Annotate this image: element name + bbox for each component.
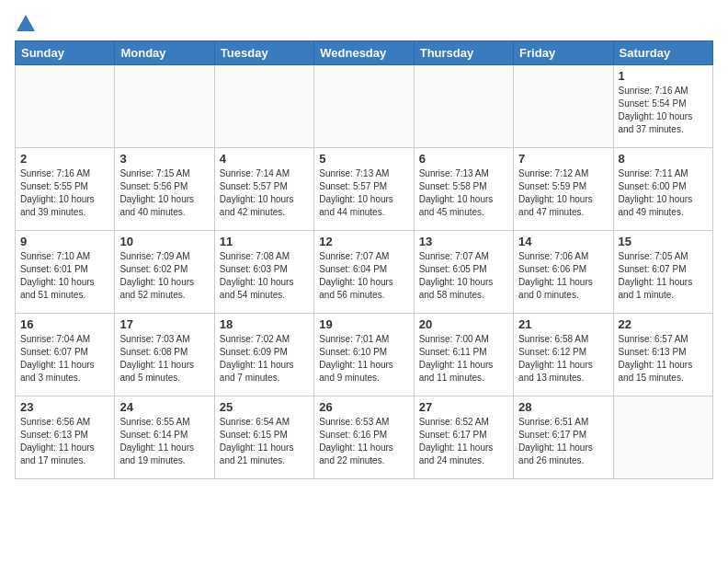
calendar-week-row: 2Sunrise: 7:16 AM Sunset: 5:55 PM Daylig… (16, 148, 713, 231)
calendar-cell (16, 65, 115, 148)
day-info: Sunrise: 6:52 AM Sunset: 6:17 PM Dayligh… (419, 416, 508, 467)
calendar-cell: 7Sunrise: 7:12 AM Sunset: 5:59 PM Daylig… (514, 148, 613, 231)
calendar-cell (115, 65, 214, 148)
day-number: 9 (20, 235, 109, 248)
calendar-cell: 18Sunrise: 7:02 AM Sunset: 6:09 PM Dayli… (214, 314, 313, 396)
day-number: 18 (220, 317, 309, 331)
day-info: Sunrise: 7:07 AM Sunset: 6:04 PM Dayligh… (319, 250, 408, 302)
day-number: 12 (319, 235, 408, 248)
calendar-cell (214, 65, 313, 148)
day-info: Sunrise: 7:05 AM Sunset: 6:07 PM Dayligh… (619, 250, 708, 302)
calendar-cell: 12Sunrise: 7:07 AM Sunset: 6:04 PM Dayli… (314, 231, 414, 314)
calendar-cell: 16Sunrise: 7:04 AM Sunset: 6:07 PM Dayli… (16, 314, 115, 396)
calendar-cell: 11Sunrise: 7:08 AM Sunset: 6:03 PM Dayli… (214, 231, 313, 314)
calendar-cell: 5Sunrise: 7:13 AM Sunset: 5:57 PM Daylig… (314, 148, 414, 231)
day-info: Sunrise: 6:55 AM Sunset: 6:14 PM Dayligh… (119, 416, 209, 467)
day-info: Sunrise: 7:14 AM Sunset: 5:57 PM Dayligh… (220, 167, 309, 219)
weekday-header-wednesday: Wednesday (314, 41, 414, 65)
day-number: 8 (619, 152, 708, 166)
day-number: 13 (419, 235, 508, 248)
day-info: Sunrise: 7:15 AM Sunset: 5:56 PM Dayligh… (119, 167, 209, 219)
day-number: 1 (619, 69, 708, 83)
day-info: Sunrise: 6:51 AM Sunset: 6:17 PM Dayligh… (518, 416, 608, 467)
weekday-header-thursday: Thursday (414, 41, 513, 65)
day-info: Sunrise: 7:10 AM Sunset: 6:01 PM Dayligh… (20, 250, 109, 302)
weekday-header-friday: Friday (514, 41, 613, 65)
day-number: 26 (319, 400, 408, 414)
calendar-cell: 15Sunrise: 7:05 AM Sunset: 6:07 PM Dayli… (613, 231, 712, 314)
day-number: 14 (518, 235, 608, 248)
page-header (15, 15, 713, 29)
calendar-cell: 8Sunrise: 7:11 AM Sunset: 6:00 PM Daylig… (613, 148, 712, 231)
weekday-header-tuesday: Tuesday (214, 41, 313, 65)
calendar-week-row: 23Sunrise: 6:56 AM Sunset: 6:13 PM Dayli… (16, 396, 713, 479)
calendar-cell: 21Sunrise: 6:58 AM Sunset: 6:12 PM Dayli… (514, 314, 613, 396)
calendar-week-row: 1Sunrise: 7:16 AM Sunset: 5:54 PM Daylig… (16, 65, 713, 148)
day-number: 20 (419, 317, 508, 331)
day-info: Sunrise: 7:02 AM Sunset: 6:09 PM Dayligh… (220, 333, 309, 385)
day-info: Sunrise: 7:07 AM Sunset: 6:05 PM Dayligh… (419, 250, 508, 302)
day-number: 28 (518, 400, 608, 414)
calendar-cell: 27Sunrise: 6:52 AM Sunset: 6:17 PM Dayli… (414, 396, 513, 479)
day-info: Sunrise: 7:06 AM Sunset: 6:06 PM Dayligh… (518, 250, 608, 302)
calendar-cell: 26Sunrise: 6:53 AM Sunset: 6:16 PM Dayli… (314, 396, 414, 479)
day-number: 15 (619, 235, 708, 248)
calendar-header-row: SundayMondayTuesdayWednesdayThursdayFrid… (16, 41, 713, 65)
calendar-cell: 19Sunrise: 7:01 AM Sunset: 6:10 PM Dayli… (314, 314, 414, 396)
calendar-cell: 23Sunrise: 6:56 AM Sunset: 6:13 PM Dayli… (16, 396, 115, 479)
day-info: Sunrise: 7:16 AM Sunset: 5:55 PM Dayligh… (20, 167, 109, 219)
day-info: Sunrise: 6:57 AM Sunset: 6:13 PM Dayligh… (619, 333, 708, 385)
calendar-cell: 24Sunrise: 6:55 AM Sunset: 6:14 PM Dayli… (115, 396, 214, 479)
weekday-header-saturday: Saturday (613, 41, 712, 65)
calendar-cell: 4Sunrise: 7:14 AM Sunset: 5:57 PM Daylig… (214, 148, 313, 231)
calendar-cell: 10Sunrise: 7:09 AM Sunset: 6:02 PM Dayli… (115, 231, 214, 314)
day-info: Sunrise: 7:08 AM Sunset: 6:03 PM Dayligh… (220, 250, 309, 302)
day-info: Sunrise: 7:13 AM Sunset: 5:57 PM Dayligh… (319, 167, 408, 219)
day-number: 7 (518, 152, 608, 166)
day-number: 4 (220, 152, 309, 166)
day-number: 5 (319, 152, 408, 166)
calendar-table: SundayMondayTuesdayWednesdayThursdayFrid… (15, 40, 713, 479)
weekday-header-monday: Monday (115, 41, 214, 65)
calendar-week-row: 16Sunrise: 7:04 AM Sunset: 6:07 PM Dayli… (16, 314, 713, 396)
day-info: Sunrise: 7:00 AM Sunset: 6:11 PM Dayligh… (419, 333, 508, 385)
calendar-cell: 14Sunrise: 7:06 AM Sunset: 6:06 PM Dayli… (514, 231, 613, 314)
calendar-cell (613, 396, 712, 479)
day-number: 10 (119, 235, 209, 248)
calendar-cell: 6Sunrise: 7:13 AM Sunset: 5:58 PM Daylig… (414, 148, 513, 231)
day-number: 17 (119, 317, 209, 331)
calendar-cell: 9Sunrise: 7:10 AM Sunset: 6:01 PM Daylig… (16, 231, 115, 314)
day-number: 27 (419, 400, 508, 414)
day-number: 3 (119, 152, 209, 166)
calendar-cell: 3Sunrise: 7:15 AM Sunset: 5:56 PM Daylig… (115, 148, 214, 231)
calendar-week-row: 9Sunrise: 7:10 AM Sunset: 6:01 PM Daylig… (16, 231, 713, 314)
day-number: 23 (20, 400, 109, 414)
calendar-cell: 13Sunrise: 7:07 AM Sunset: 6:05 PM Dayli… (414, 231, 513, 314)
day-number: 2 (20, 152, 109, 166)
day-number: 11 (220, 235, 309, 248)
logo-icon (17, 15, 35, 31)
day-number: 19 (319, 317, 408, 331)
day-number: 16 (20, 317, 109, 331)
calendar-cell: 28Sunrise: 6:51 AM Sunset: 6:17 PM Dayli… (514, 396, 613, 479)
calendar-cell (314, 65, 414, 148)
svg-marker-0 (17, 15, 35, 31)
calendar-cell (514, 65, 613, 148)
day-info: Sunrise: 7:01 AM Sunset: 6:10 PM Dayligh… (319, 333, 408, 385)
day-info: Sunrise: 6:53 AM Sunset: 6:16 PM Dayligh… (319, 416, 408, 467)
day-info: Sunrise: 7:12 AM Sunset: 5:59 PM Dayligh… (518, 167, 608, 219)
calendar-cell: 2Sunrise: 7:16 AM Sunset: 5:55 PM Daylig… (16, 148, 115, 231)
day-info: Sunrise: 7:16 AM Sunset: 5:54 PM Dayligh… (619, 85, 708, 136)
day-info: Sunrise: 6:56 AM Sunset: 6:13 PM Dayligh… (20, 416, 109, 467)
day-info: Sunrise: 7:09 AM Sunset: 6:02 PM Dayligh… (119, 250, 209, 302)
weekday-header-sunday: Sunday (16, 41, 115, 65)
calendar-cell (414, 65, 513, 148)
day-info: Sunrise: 7:03 AM Sunset: 6:08 PM Dayligh… (119, 333, 209, 385)
calendar-cell: 22Sunrise: 6:57 AM Sunset: 6:13 PM Dayli… (613, 314, 712, 396)
calendar-cell: 17Sunrise: 7:03 AM Sunset: 6:08 PM Dayli… (115, 314, 214, 396)
day-info: Sunrise: 7:11 AM Sunset: 6:00 PM Dayligh… (619, 167, 708, 219)
day-number: 21 (518, 317, 608, 331)
calendar-cell: 20Sunrise: 7:00 AM Sunset: 6:11 PM Dayli… (414, 314, 513, 396)
day-info: Sunrise: 6:54 AM Sunset: 6:15 PM Dayligh… (220, 416, 309, 467)
logo (15, 15, 35, 29)
